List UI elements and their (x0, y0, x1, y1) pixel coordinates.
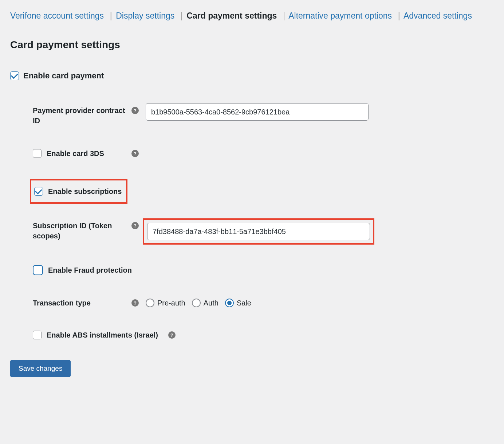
subscription-id-highlight (143, 218, 374, 245)
help-icon[interactable]: ? (131, 150, 139, 157)
enable-card-payment-label: Enable card payment (23, 71, 104, 81)
provider-contract-input[interactable] (146, 103, 369, 121)
enable-3ds-row: Enable card 3DS ? (10, 148, 494, 159)
radio-preauth[interactable] (146, 299, 154, 307)
settings-tabs: Verifone account settings | Display sett… (10, 11, 494, 21)
help-icon[interactable]: ? (131, 299, 139, 307)
subscription-id-input[interactable] (147, 223, 370, 240)
enable-card-payment-row: Enable card payment (10, 71, 494, 81)
help-icon[interactable]: ? (168, 331, 176, 339)
subscription-id-row: Subscription ID (Token scopes) ? (10, 218, 494, 245)
enable-fraud-row: Enable Fraud protection (10, 265, 494, 275)
tab-display-settings[interactable]: Display settings (116, 11, 174, 20)
tab-separator: | (395, 11, 400, 20)
tab-advanced-settings[interactable]: Advanced settings (403, 11, 472, 20)
tab-card-payment-settings[interactable]: Card payment settings (186, 11, 277, 20)
provider-contract-row: Payment provider contract ID ? (10, 103, 494, 126)
radio-auth-label: Auth (204, 299, 218, 307)
enable-abs-label: Enable ABS installments (Israel) (47, 331, 158, 339)
enable-subscriptions-label: Enable subscriptions (48, 187, 122, 196)
enable-abs-checkbox[interactable] (33, 331, 42, 339)
help-icon[interactable]: ? (131, 107, 139, 114)
enable-card-payment-checkbox[interactable] (10, 71, 19, 80)
tab-separator: | (281, 11, 285, 20)
tab-verifone-account[interactable]: Verifone account settings (10, 11, 104, 20)
tab-alternative-payment[interactable]: Alternative payment options (288, 11, 392, 20)
radio-preauth-label: Pre-auth (157, 299, 185, 307)
enable-3ds-label: Enable card 3DS (47, 148, 104, 159)
subscription-id-label: Subscription ID (Token scopes) (33, 218, 130, 241)
enable-abs-row: Enable ABS installments (Israel) ? (10, 331, 494, 339)
page-title: Card payment settings (10, 39, 494, 51)
transaction-type-radios: Pre-auth Auth Sale (146, 299, 255, 307)
radio-auth[interactable] (192, 299, 201, 307)
radio-sale[interactable] (225, 299, 234, 307)
transaction-type-row: Transaction type ? Pre-auth Auth Sale (10, 298, 494, 308)
enable-3ds-checkbox[interactable] (33, 149, 42, 158)
save-button[interactable]: Save changes (10, 360, 71, 377)
radio-sale-label: Sale (237, 299, 251, 307)
transaction-type-label: Transaction type (33, 298, 130, 308)
provider-contract-label: Payment provider contract ID (33, 103, 130, 126)
enable-fraud-label: Enable Fraud protection (48, 266, 132, 274)
help-icon[interactable]: ? (131, 222, 139, 229)
enable-fraud-checkbox[interactable] (33, 265, 43, 275)
tab-separator: | (107, 11, 112, 20)
enable-subscriptions-row: Enable subscriptions (30, 179, 127, 204)
tab-separator: | (178, 11, 183, 20)
enable-subscriptions-checkbox[interactable] (34, 187, 43, 196)
